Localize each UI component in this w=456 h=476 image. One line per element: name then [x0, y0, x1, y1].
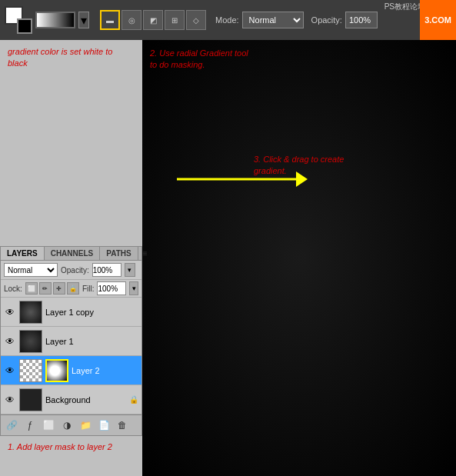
visibility-icon-background[interactable]: 👁	[4, 394, 16, 406]
layer-item-background[interactable]: 👁 Background 🔒	[1, 385, 141, 414]
layer-name-layer2: Layer 2	[72, 366, 138, 375]
layer-mask-btn[interactable]: ⬜	[41, 418, 56, 433]
layers-tab[interactable]: LAYERS	[1, 247, 45, 260]
lock-all-btn[interactable]: 🔒	[67, 282, 79, 295]
canvas-background	[142, 40, 456, 476]
layers-mode-select[interactable]: Normal	[4, 263, 58, 277]
panel-tabs: LAYERS CHANNELS PATHS ≡	[1, 247, 141, 261]
annotation-add-mask: 1. Add layer mask to layer 2	[8, 441, 131, 453]
layer-thumb-layer1	[19, 330, 42, 353]
linear-gradient-icon[interactable]: ▬	[100, 10, 120, 30]
com-label: 3.COM	[424, 15, 451, 25]
reflected-gradient-icon[interactable]: ⊞	[165, 10, 185, 30]
annotation-gradient-color: gradient color is set white to black	[8, 46, 131, 70]
layer-item-layer2[interactable]: 👁 Layer 2	[1, 356, 141, 385]
opacity-arrow-btn[interactable]: ▾	[125, 263, 135, 277]
link-layers-btn[interactable]: 🔗	[4, 418, 19, 433]
visibility-icon-layer1[interactable]: 👁	[4, 335, 16, 348]
opacity-label: Opacity:	[311, 15, 342, 25]
mode-select[interactable]: Normal	[242, 12, 304, 28]
layers-panel: LAYERS CHANNELS PATHS ≡ Normal Opacity: …	[0, 246, 142, 436]
fill-input[interactable]	[97, 281, 126, 295]
layers-opacity-input[interactable]	[92, 263, 121, 277]
opacity-input[interactable]	[345, 12, 378, 28]
fill-label: Fill:	[82, 285, 95, 293]
gradient-picker[interactable]	[35, 12, 75, 28]
fg-bg-colors[interactable]	[5, 6, 32, 34]
svg-marker-4	[296, 171, 308, 187]
angle-gradient-icon[interactable]: ◩	[143, 10, 163, 30]
layer-thumb-layer2	[19, 359, 42, 382]
visibility-icon-layer1copy[interactable]: 👁	[4, 306, 16, 318]
mode-label: Mode:	[215, 15, 239, 25]
gradient-dropdown-btn[interactable]: ▾	[78, 12, 89, 28]
new-layer-btn[interactable]: 📄	[96, 418, 112, 433]
ps-site-label: PS教程论坛	[384, 2, 425, 12]
adjustment-layer-btn[interactable]: ◑	[59, 418, 75, 433]
layer-mask-layer2[interactable]	[45, 359, 68, 382]
lock-position-btn[interactable]: ✛	[53, 282, 65, 295]
main-canvas	[142, 40, 456, 476]
annotation-radial-gradient: 2. Use radial Gradient tool to do maskin…	[150, 48, 258, 72]
layer-name-layer1copy: Layer 1 copy	[45, 308, 138, 317]
layer-item-layer1[interactable]: 👁 Layer 1	[1, 327, 141, 356]
toolbar: ▾ ▬ ◎ ◩ ⊞ ◇ Mode: Normal Opacity: PS教程论坛…	[0, 0, 456, 40]
lock-transparent-btn[interactable]: ⬜	[25, 282, 38, 295]
layer-style-btn[interactable]: ƒ	[22, 418, 38, 433]
layers-opacity-label: Opacity:	[61, 266, 89, 275]
delete-layer-btn[interactable]: 🗑	[115, 418, 130, 433]
layer-name-background: Background	[45, 395, 126, 404]
channels-tab[interactable]: CHANNELS	[45, 247, 101, 260]
layer-item-layer1copy[interactable]: 👁 Layer 1 copy	[1, 298, 141, 327]
panel-menu-btn[interactable]: ≡	[138, 247, 152, 260]
layer-name-layer1: Layer 1	[45, 337, 138, 346]
lock-label: Lock:	[4, 285, 22, 293]
com-badge: 3.COM	[420, 0, 456, 40]
background-color[interactable]	[17, 18, 32, 34]
layer-lock-icon: 🔒	[129, 395, 138, 404]
layers-bottom-bar: 🔗 ƒ ⬜ ◑ 📁 📄 🗑	[1, 414, 141, 435]
paths-tab[interactable]: PATHS	[100, 247, 138, 260]
new-group-btn[interactable]: 📁	[78, 418, 93, 433]
radial-gradient-icon[interactable]: ◎	[121, 10, 141, 30]
gradient-type-icons: ▬ ◎ ◩ ⊞ ◇	[100, 10, 206, 30]
layer-thumb-background	[19, 388, 42, 411]
diamond-gradient-icon[interactable]: ◇	[186, 10, 206, 30]
layer-thumb-layer1copy	[19, 301, 42, 324]
visibility-icon-layer2[interactable]: 👁	[4, 364, 16, 377]
fill-arrow-btn[interactable]: ▾	[129, 281, 138, 295]
lock-icons: ⬜ ✏ ✛ 🔒	[25, 282, 79, 295]
layers-lock-row: Lock: ⬜ ✏ ✛ 🔒 Fill: ▾	[1, 280, 141, 298]
layers-mode-row: Normal Opacity: ▾	[1, 261, 141, 280]
yellow-arrow	[177, 168, 308, 194]
lock-image-btn[interactable]: ✏	[39, 282, 52, 295]
